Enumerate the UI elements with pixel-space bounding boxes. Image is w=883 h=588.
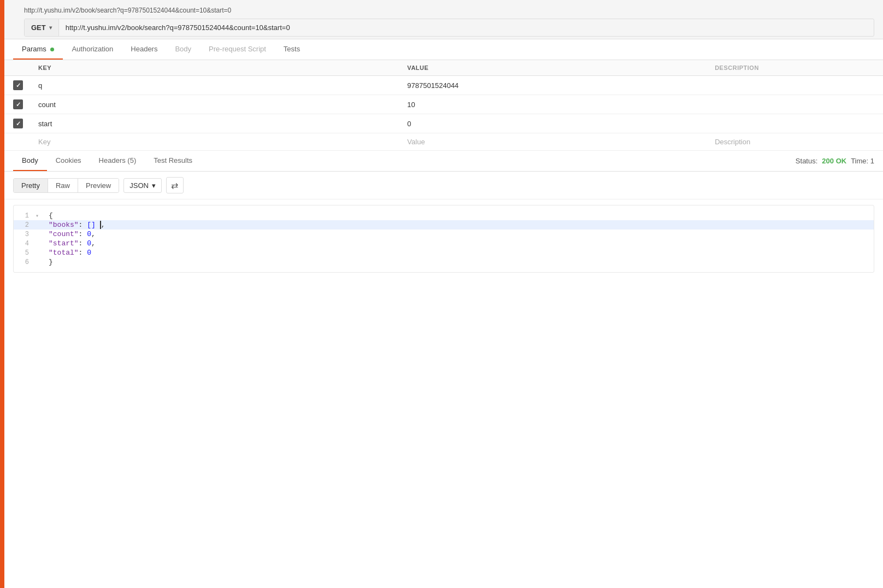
line-content: "start": 0, — [44, 239, 96, 248]
type-label: JSON — [129, 181, 149, 190]
placeholder-value[interactable]: Value — [401, 133, 708, 151]
line-number: 4 — [14, 240, 36, 248]
request-bar: GET ▾ — [24, 19, 874, 37]
url-top-text: http://t.yushu.im/v2/book/search?q=97875… — [24, 4, 883, 19]
tab-authorization[interactable]: Authorization — [63, 39, 122, 60]
row-checkbox[interactable] — [13, 119, 23, 128]
type-selector[interactable]: JSON ▾ — [123, 178, 162, 193]
line-number: 1 — [14, 212, 36, 220]
value-cell[interactable]: 0 — [401, 114, 708, 133]
line-number: 3 — [14, 231, 36, 238]
tab-headers[interactable]: Headers — [122, 39, 166, 60]
value-cell[interactable]: 10 — [401, 95, 708, 114]
line-toggle — [36, 241, 44, 247]
line-content: { — [44, 211, 53, 220]
method-label: GET — [31, 23, 46, 32]
code-line: 1▾{ — [14, 211, 874, 220]
wrap-button[interactable]: ⇄ — [166, 177, 184, 193]
placeholder-description[interactable]: Description — [708, 133, 883, 151]
line-content: "books": [] , — [44, 221, 105, 229]
tab-body[interactable]: Body — [166, 39, 200, 60]
code-line: 3 "count": 0, — [14, 230, 874, 239]
params-dot — [50, 48, 54, 51]
line-toggle[interactable]: ▾ — [36, 213, 44, 219]
params-table: KEY VALUE DESCRIPTION q 9787501524044 co… — [4, 60, 883, 151]
wrap-icon: ⇄ — [171, 180, 178, 191]
left-accent-bar — [0, 0, 4, 278]
code-line: 4 "start": 0, — [14, 239, 874, 248]
preview-button[interactable]: Preview — [78, 179, 119, 192]
tab-params[interactable]: Params — [13, 39, 63, 60]
status-info: Status: 200 OK Time: 1 — [796, 157, 874, 165]
code-line: 2 "books": [] , — [14, 220, 874, 230]
line-content: } — [44, 258, 53, 266]
col-checkbox — [4, 60, 32, 76]
line-toggle — [36, 222, 44, 228]
line-toggle — [36, 232, 44, 238]
key-cell[interactable]: q — [32, 76, 401, 95]
placeholder-key[interactable]: Key — [32, 133, 401, 151]
url-top-bar: http://t.yushu.im/v2/book/search?q=97875… — [4, 0, 883, 39]
code-line: 5 "total": 0 — [14, 248, 874, 257]
line-content: "total": 0 — [44, 249, 91, 257]
response-tabs: Body Cookies Headers (5) Test Results — [13, 151, 201, 171]
format-button-group: Pretty Raw Preview — [13, 178, 119, 193]
col-value: VALUE — [401, 60, 708, 76]
type-dropdown-arrow: ▾ — [152, 181, 156, 190]
time-label: Time: 1 — [851, 157, 874, 165]
desc-cell[interactable] — [708, 76, 883, 95]
pretty-button[interactable]: Pretty — [14, 179, 48, 192]
url-input[interactable] — [59, 19, 874, 36]
placeholder-row: Key Value Description — [4, 133, 883, 151]
response-toolbar: Pretty Raw Preview JSON ▾ ⇄ — [4, 172, 883, 199]
code-line: 6 } — [14, 257, 874, 267]
table-row: start 0 — [4, 114, 883, 133]
key-cell[interactable]: start — [32, 114, 401, 133]
tab-tests[interactable]: Tests — [275, 39, 309, 60]
method-dropdown-arrow: ▾ — [49, 25, 52, 31]
method-selector[interactable]: GET ▾ — [25, 19, 59, 36]
row-checkbox[interactable] — [13, 80, 23, 90]
status-label: Status: — [796, 157, 817, 165]
col-key: KEY — [32, 60, 401, 76]
line-number: 2 — [14, 221, 36, 229]
tab-pre-request[interactable]: Pre-request Script — [200, 39, 275, 60]
code-viewer: 1▾{2 "books": [] ,3 "count": 0,4 "start"… — [13, 205, 874, 273]
col-description: DESCRIPTION — [708, 60, 883, 76]
params-panel: KEY VALUE DESCRIPTION q 9787501524044 co… — [4, 60, 883, 151]
table-row: count 10 — [4, 95, 883, 114]
raw-button[interactable]: Raw — [48, 179, 78, 192]
tab-response-headers[interactable]: Headers (5) — [90, 151, 145, 171]
line-number: 6 — [14, 258, 36, 266]
tab-response-body[interactable]: Body — [13, 151, 47, 171]
line-toggle — [36, 260, 44, 266]
desc-cell[interactable] — [708, 95, 883, 114]
value-cell[interactable]: 9787501524044 — [401, 76, 708, 95]
row-checkbox[interactable] — [13, 99, 23, 109]
request-tabs: Params Authorization Headers Body Pre-re… — [4, 39, 883, 60]
line-content: "count": 0, — [44, 230, 96, 238]
line-number: 5 — [14, 249, 36, 257]
key-cell[interactable]: count — [32, 95, 401, 114]
desc-cell[interactable] — [708, 114, 883, 133]
table-row: q 9787501524044 — [4, 76, 883, 95]
tab-test-results[interactable]: Test Results — [145, 151, 201, 171]
tab-cookies[interactable]: Cookies — [47, 151, 90, 171]
line-toggle — [36, 250, 44, 256]
response-tabs-container: Body Cookies Headers (5) Test Results St… — [4, 151, 883, 172]
status-value: 200 OK — [822, 157, 846, 165]
